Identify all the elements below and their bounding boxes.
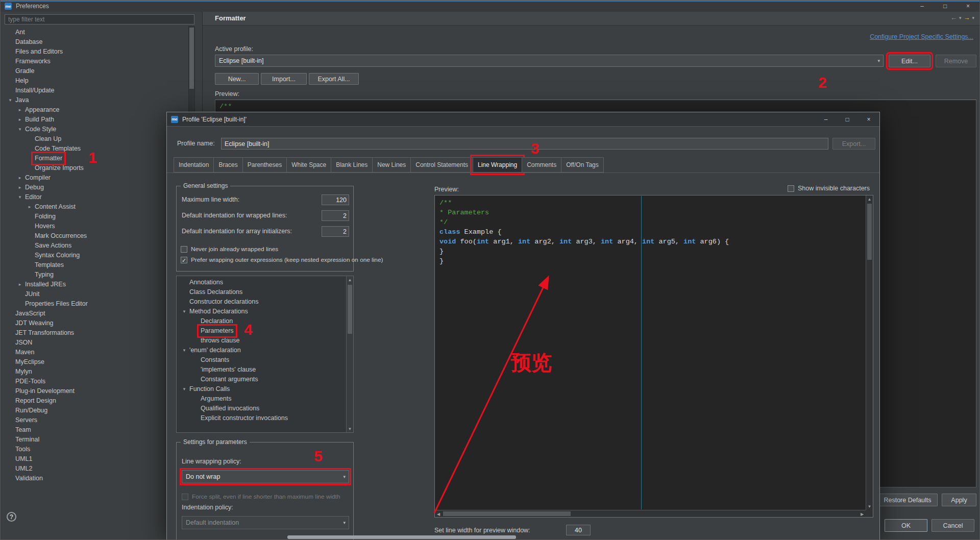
remove-button[interactable]: Remove xyxy=(936,55,976,67)
tree-item-class-declarations[interactable]: Class Declarations xyxy=(177,287,353,297)
apply-button[interactable]: Apply xyxy=(942,494,976,506)
tab-parentheses[interactable]: Parentheses xyxy=(242,157,287,173)
tree-item-constants[interactable]: Constants xyxy=(177,355,353,365)
tree-item-constructor-declarations[interactable]: Constructor declarations xyxy=(177,297,353,307)
forward-arrow-icon[interactable]: → xyxy=(963,14,970,21)
expanded-chevron-icon[interactable]: ▾ xyxy=(181,384,188,394)
active-profile-select[interactable]: Eclipse [built-in] ▾ xyxy=(215,55,884,67)
scroll-up-icon[interactable]: ▲ xyxy=(866,195,873,203)
export-button[interactable]: Export... xyxy=(832,138,875,150)
maximize-icon[interactable]: □ xyxy=(837,112,858,127)
tree-item-explicit-constructor-invocations[interactable]: Explicit constructor invocations xyxy=(177,413,353,423)
export-all-button[interactable]: Export All... xyxy=(309,73,359,85)
expanded-chevron-icon[interactable]: ▾ xyxy=(181,307,188,316)
configure-project-settings-link[interactable]: Configure Project Specific Settings... xyxy=(870,33,973,40)
window-titlebar[interactable]: me Preferences – □ × xyxy=(1,1,979,12)
field-input-maximum-line-width[interactable] xyxy=(322,194,349,205)
tree-item-label: Clean Up xyxy=(33,134,63,144)
checkbox-unchecked-icon[interactable] xyxy=(181,246,187,253)
tab-comments[interactable]: Comments xyxy=(522,157,561,173)
indentation-policy-select[interactable]: Default indentation ▾ xyxy=(182,516,349,529)
import-button[interactable]: Import... xyxy=(261,73,307,85)
tree-item-help[interactable]: Help xyxy=(1,76,203,86)
tree-item-arguments[interactable]: Arguments xyxy=(177,394,353,404)
tree-item-method-declarations[interactable]: ▾Method Declarations xyxy=(177,307,353,316)
tree-item-frameworks[interactable]: Frameworks xyxy=(1,57,203,66)
tree-item-ant[interactable]: Ant xyxy=(1,28,203,37)
checkbox-checked-icon[interactable]: ✓ xyxy=(181,257,187,263)
tab-white-space[interactable]: White Space xyxy=(286,157,331,173)
collapsed-chevron-icon[interactable]: ▸ xyxy=(16,183,23,192)
close-icon[interactable]: × xyxy=(858,112,879,127)
annotation-number-5: 5 xyxy=(314,449,323,464)
help-icon[interactable]: ? xyxy=(7,512,16,522)
tree-item-throws-clause[interactable]: throws clause xyxy=(177,336,353,346)
expanded-chevron-icon[interactable]: ▾ xyxy=(16,125,23,134)
collapsed-chevron-icon[interactable]: ▸ xyxy=(26,202,33,212)
filter-input[interactable] xyxy=(5,14,194,24)
expanded-chevron-icon[interactable]: ▾ xyxy=(181,346,188,355)
line-wrapping-policy-select[interactable]: Do not wrap ▾ xyxy=(182,470,349,483)
forward-menu-caret-icon[interactable]: ▾ xyxy=(972,15,974,20)
maximize-icon[interactable]: □ xyxy=(934,1,957,12)
tab-braces[interactable]: Braces xyxy=(213,157,242,173)
scroll-down-icon[interactable]: ▼ xyxy=(347,425,353,432)
checkbox-row-never-join-already-wrapped-lin[interactable]: Never join already wrapped lines xyxy=(181,246,349,253)
scrollbar-thumb[interactable] xyxy=(867,204,872,260)
close-icon[interactable]: × xyxy=(957,1,979,12)
tree-item-java[interactable]: ▾Java xyxy=(1,95,203,105)
tree-item-constant-arguments[interactable]: Constant arguments xyxy=(177,375,353,384)
back-menu-caret-icon[interactable]: ▾ xyxy=(959,15,962,20)
scroll-right-icon[interactable]: ▶ xyxy=(859,510,866,518)
tree-item-declaration[interactable]: Declaration xyxy=(177,316,353,326)
profile-name-input[interactable] xyxy=(221,138,828,150)
collapsed-chevron-icon[interactable]: ▸ xyxy=(16,173,23,183)
dialog-titlebar[interactable]: me Profile 'Eclipse [built-in]' – □ × xyxy=(167,112,879,127)
tree-item-implements-clause[interactable]: 'implements' clause xyxy=(177,365,353,375)
tab-indentation[interactable]: Indentation xyxy=(174,157,214,173)
field-input-default-indentation-for-wrapped-lines[interactable] xyxy=(322,210,349,221)
new-button[interactable]: New... xyxy=(215,73,259,85)
tree-item-parameters[interactable]: Parameters4 xyxy=(177,326,353,336)
checkbox-row-prefer-wrapping-outer-expressi[interactable]: ✓Prefer wrapping outer expressions (keep… xyxy=(181,256,349,263)
preview-vertical-scrollbar[interactable]: ▲ ▼ xyxy=(866,195,873,510)
minimize-icon[interactable]: – xyxy=(911,1,934,12)
scroll-down-icon[interactable]: ▼ xyxy=(866,503,873,510)
expanded-chevron-icon[interactable]: ▾ xyxy=(7,95,14,105)
tree-item-function-calls[interactable]: ▾Function Calls xyxy=(177,384,353,394)
tree-item-qualified-invocations[interactable]: Qualified invocations xyxy=(177,404,353,413)
checkbox-unchecked-icon[interactable] xyxy=(788,185,794,192)
tree-item-install-update[interactable]: Install/Update xyxy=(1,86,203,95)
collapsed-chevron-icon[interactable]: ▸ xyxy=(16,115,23,125)
ok-button[interactable]: OK xyxy=(885,519,927,532)
tree-item-gradle[interactable]: Gradle xyxy=(1,66,203,76)
field-input-default-indentation-for-array-initializers[interactable] xyxy=(322,226,349,237)
restore-defaults-button[interactable]: Restore Defaults xyxy=(877,494,938,506)
cancel-button[interactable]: Cancel xyxy=(932,519,974,532)
wrap-tree-scrollbar[interactable]: ▲ ▼ xyxy=(346,276,353,432)
collapsed-chevron-icon[interactable]: ▸ xyxy=(16,280,23,289)
tree-item-enum-declaration[interactable]: ▾'enum' declaration xyxy=(177,346,353,355)
preview-horizontal-scrollbar[interactable]: ◀ ▶ xyxy=(435,510,866,517)
tab-new-lines[interactable]: New Lines xyxy=(372,157,411,173)
collapsed-chevron-icon[interactable]: ▸ xyxy=(16,105,23,115)
scroll-up-icon[interactable]: ▲ xyxy=(347,276,353,283)
tab-off-on-tags[interactable]: Off/On Tags xyxy=(561,157,604,173)
back-arrow-icon[interactable]: ← xyxy=(950,14,957,21)
tab-control-statements[interactable]: Control Statements xyxy=(410,157,473,173)
expanded-chevron-icon[interactable]: ▾ xyxy=(16,192,23,202)
dialog-horizontal-scrollbar-thumb[interactable] xyxy=(287,535,516,539)
scrollbar-thumb[interactable] xyxy=(348,285,352,334)
tab-line-wrapping[interactable]: Line Wrapping3 xyxy=(473,157,522,173)
show-invisible-row[interactable]: Show invisible characters xyxy=(788,185,870,192)
minimize-icon[interactable]: – xyxy=(815,112,837,127)
edit-button[interactable]: Edit... xyxy=(889,55,930,67)
line-width-input[interactable] xyxy=(566,525,591,535)
tree-item-database[interactable]: Database xyxy=(1,37,203,47)
scrollbar-thumb[interactable] xyxy=(443,511,571,516)
tab-blank-lines[interactable]: Blank Lines xyxy=(331,157,373,173)
scrollbar-thumb[interactable] xyxy=(189,28,194,89)
tree-item-annotations[interactable]: Annotations xyxy=(177,278,353,287)
tree-item-files-and-editors[interactable]: Files and Editors xyxy=(1,47,203,57)
scroll-left-icon[interactable]: ◀ xyxy=(435,510,442,518)
